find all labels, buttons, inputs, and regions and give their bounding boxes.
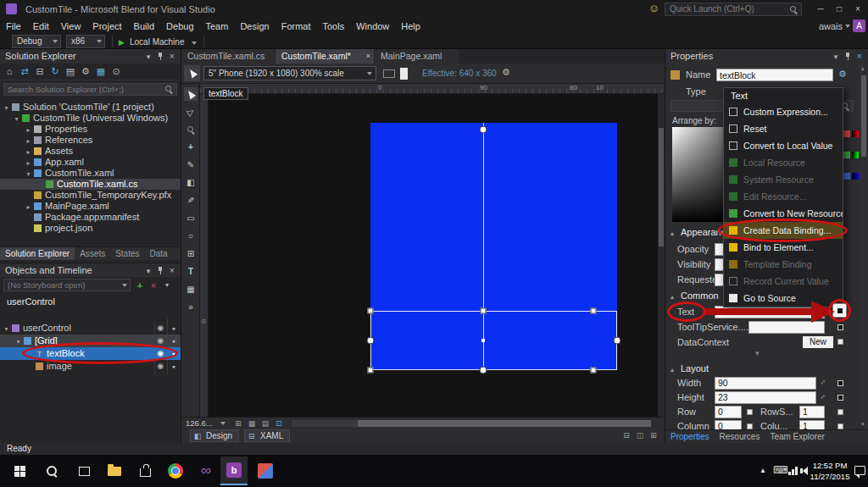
tree-item-appxmanifest[interactable]: Package.appxmanifest <box>0 212 181 223</box>
menu-item-bind-to-element[interactable]: Bind to Element... <box>724 239 843 256</box>
chevron-down-icon[interactable]: ▾ <box>143 266 153 276</box>
feedback-smiley-icon[interactable]: ☺ <box>648 2 659 14</box>
eyedropper-tool-icon[interactable]: ✎ <box>184 158 198 172</box>
menu-view[interactable]: View <box>55 19 87 34</box>
zoom-tool-icon[interactable] <box>184 123 198 136</box>
visual-studio-icon[interactable]: ∞ <box>195 461 217 481</box>
paint-bucket-tool-icon[interactable]: ◧ <box>184 176 198 190</box>
text-tool-icon[interactable]: T <box>184 265 198 279</box>
red-channel-swatch[interactable] <box>843 130 850 137</box>
scroll-down-icon[interactable]: ▾ <box>861 421 865 428</box>
wrench-icon[interactable]: ⚙ <box>838 69 847 80</box>
close-button[interactable]: × <box>849 1 866 18</box>
red-channel-slider[interactable] <box>852 130 859 137</box>
resize-handle[interactable] <box>591 308 597 314</box>
tab-customtile-xaml[interactable]: CustomTile.xaml*× <box>275 49 374 64</box>
minimize-button[interactable]: ─ <box>812 1 829 18</box>
task-view-icon[interactable] <box>73 461 95 481</box>
user-name[interactable]: awais <box>819 19 843 34</box>
tree-item-customtile-xaml[interactable]: ▾CustomTile.xaml <box>0 168 181 179</box>
advanced-options-marker[interactable] <box>747 423 753 429</box>
menu-tools[interactable]: Tools <box>317 19 351 34</box>
artboard-canvas[interactable] <box>209 94 658 417</box>
maximize-button[interactable]: □ <box>831 1 848 18</box>
chevron-expanded-icon[interactable]: ▾ <box>2 323 11 335</box>
close-icon[interactable]: × <box>167 266 177 276</box>
collapse-all-icon[interactable]: ⊟ <box>34 65 46 77</box>
menu-help[interactable]: Help <box>395 19 426 34</box>
resize-handle[interactable] <box>591 368 597 374</box>
tab-resources[interactable]: Resources <box>715 430 765 443</box>
autosize-icon[interactable]: ↕ <box>819 378 827 386</box>
properties-gear-icon[interactable]: ⚙ <box>80 65 92 77</box>
app-icon[interactable] <box>254 461 276 481</box>
more-tools-icon[interactable]: » <box>184 301 198 314</box>
tab-customtile-xaml-cs[interactable]: CustomTile.xaml.cs <box>181 49 275 64</box>
new-button[interactable]: New <box>803 336 833 348</box>
menu-file[interactable]: File <box>0 19 27 34</box>
split-vertical-icon[interactable]: ◫ <box>634 430 646 440</box>
device-dropdown[interactable]: 5" Phone (1920 x 1080) 300% scale <box>203 66 376 80</box>
menu-window[interactable]: Window <box>350 19 395 34</box>
menu-format[interactable]: Format <box>275 19 317 34</box>
tab-mainpage-xaml[interactable]: MainPage.xaml <box>375 49 459 64</box>
tree-item-project[interactable]: ▾CustomTile (Universal Windows) <box>0 113 181 124</box>
advanced-options-marker[interactable] <box>837 339 843 345</box>
pen-tool-icon[interactable]: ✎ <box>184 194 198 208</box>
autosize-icon[interactable]: ↕ <box>819 392 827 401</box>
home-icon[interactable]: ⌂ <box>3 65 15 77</box>
rectangle-tool-icon[interactable]: ▭ <box>184 212 198 225</box>
eye-icon[interactable]: ◉ <box>157 347 164 360</box>
tree-item-mainpage-xaml[interactable]: ▸MainPage.xaml <box>0 201 181 212</box>
tab-assets[interactable]: Assets <box>75 247 110 260</box>
selection-tool-icon[interactable] <box>184 87 198 101</box>
sync-with-editor-icon[interactable]: ⊙ <box>110 65 122 77</box>
taskbar-clock[interactable]: 12:52 PM 11/27/2015 <box>807 460 853 482</box>
tree-item-solution[interactable]: ▾Solution 'CustomTile' (1 project) <box>0 102 181 113</box>
solution-explorer-header[interactable]: Solution Explorer ▾ × <box>0 49 181 64</box>
green-channel-swatch[interactable] <box>843 152 850 158</box>
solution-search-box[interactable]: Search Solution Explorer (Ctrl+;) <box>3 83 177 96</box>
advanced-options-marker[interactable] <box>837 380 843 386</box>
menu-item-reset[interactable]: Reset <box>724 120 843 137</box>
more-properties-chevron-icon[interactable]: ▾ <box>755 349 760 357</box>
lock-dot-icon[interactable]: ● <box>172 347 175 360</box>
properties-scrollbar[interactable]: ▴ ▾ <box>860 64 868 429</box>
store-icon[interactable] <box>134 461 156 481</box>
tooltipservice-input[interactable] <box>748 321 825 334</box>
blue-channel-swatch[interactable] <box>843 173 850 180</box>
show-all-files-icon[interactable]: ▤ <box>64 65 76 77</box>
anchor-handle[interactable] <box>480 367 487 374</box>
close-icon[interactable]: × <box>366 49 370 64</box>
canvas-vertical-scrollbar[interactable] <box>658 94 665 417</box>
storyboard-options-icon[interactable]: ▾ <box>161 279 173 291</box>
anchor-handle[interactable] <box>367 337 375 345</box>
eye-icon[interactable]: ◉ <box>157 360 164 373</box>
tree-item-references[interactable]: ▸References <box>0 135 181 146</box>
menu-build[interactable]: Build <box>128 19 160 34</box>
collapse-arrow-icon[interactable]: ▴ <box>670 366 674 374</box>
split-horizontal-icon[interactable]: ⊟ <box>620 430 632 440</box>
tab-data[interactable]: Data <box>145 247 173 260</box>
menu-debug[interactable]: Debug <box>160 19 199 34</box>
blend-icon[interactable]: b <box>220 457 248 485</box>
properties-header[interactable]: Properties ▾ × <box>665 49 868 64</box>
advanced-options-marker[interactable] <box>837 324 843 330</box>
menu-item-convert-to-new-resource[interactable]: Convert to New Resource... <box>724 205 843 222</box>
scroll-up-icon[interactable]: ▴ <box>861 65 865 72</box>
gear-icon[interactable]: ⚙ <box>502 67 510 78</box>
anchor-handle[interactable] <box>614 337 621 345</box>
switch-views-icon[interactable]: ⇄ <box>19 65 31 77</box>
menu-project[interactable]: Project <box>86 19 127 34</box>
resize-handle[interactable] <box>368 308 374 314</box>
objects-item-usercontrol[interactable]: ▾userControl◉● <box>0 322 181 335</box>
section-common[interactable]: Common <box>681 291 719 301</box>
lock-dot-icon[interactable]: ● <box>172 360 175 373</box>
tree-item-project-json[interactable]: project.json <box>0 223 181 234</box>
height-input[interactable]: 23 <box>715 391 816 404</box>
tab-properties[interactable]: Properties <box>665 430 715 443</box>
device-landscape-icon[interactable] <box>383 69 395 78</box>
snapping-icon[interactable]: ⊡ <box>273 418 285 429</box>
direct-selection-tool-icon[interactable]: ▷ <box>181 102 200 121</box>
tree-item-customtile-xaml-cs[interactable]: CustomTile.xaml.cs <box>0 179 181 190</box>
